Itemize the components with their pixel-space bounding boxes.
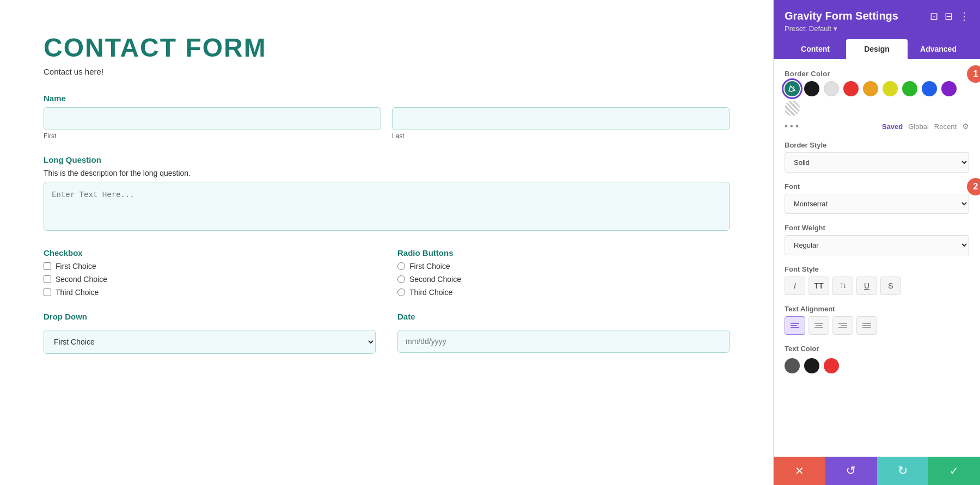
text-color-label: Text Color bbox=[785, 345, 969, 353]
more-colors-button[interactable]: • • • bbox=[785, 121, 799, 131]
form-title: CONTACT FORM bbox=[44, 33, 730, 63]
color-settings-gear-icon[interactable]: ⚙ bbox=[962, 122, 969, 131]
radio-input-1[interactable] bbox=[397, 262, 405, 270]
color-blue[interactable] bbox=[922, 81, 937, 96]
radio-item-1[interactable]: First Choice bbox=[397, 262, 730, 271]
color-yellow[interactable] bbox=[883, 81, 898, 96]
radio-item-3[interactable]: Third Choice bbox=[397, 288, 730, 297]
tab-design[interactable]: Design bbox=[846, 39, 908, 59]
strikethrough-button[interactable]: S bbox=[880, 277, 901, 295]
color-red[interactable] bbox=[843, 81, 859, 96]
alignment-buttons bbox=[785, 316, 969, 335]
align-right-icon bbox=[838, 322, 847, 329]
checkbox-label-1: First Choice bbox=[56, 262, 96, 271]
align-left-icon bbox=[791, 322, 799, 329]
pencil-icon bbox=[788, 85, 796, 93]
font-style-group: Font Style I TT Tt U S bbox=[785, 265, 969, 295]
italic-button[interactable]: I bbox=[785, 277, 805, 295]
tab-advanced[interactable]: Advanced bbox=[908, 39, 969, 59]
panel-tabs: Content Design Advanced bbox=[785, 39, 969, 59]
text-color-row bbox=[785, 358, 969, 373]
color-tabs: Saved Global Recent ⚙ bbox=[882, 122, 969, 131]
font-weight-label: Font Weight bbox=[785, 224, 969, 232]
reset-button[interactable]: ↻ bbox=[825, 457, 877, 485]
checkbox-input-1[interactable] bbox=[44, 262, 51, 270]
checkbox-input-2[interactable] bbox=[44, 275, 51, 283]
underline-button[interactable]: U bbox=[856, 277, 877, 295]
panel-preset[interactable]: Preset: Default ▾ bbox=[785, 24, 969, 33]
radio-item-2[interactable]: Second Choice bbox=[397, 275, 730, 284]
long-question-description: This is the description for the long que… bbox=[44, 169, 730, 177]
checkbox-label: Checkbox bbox=[44, 248, 376, 257]
align-justify-icon bbox=[862, 322, 871, 329]
panel-title: Gravity Form Settings bbox=[785, 10, 898, 22]
radio-col: Radio Buttons First Choice Second Choice… bbox=[397, 248, 730, 297]
color-row bbox=[785, 81, 969, 116]
radio-input-3[interactable] bbox=[397, 288, 405, 296]
font-select[interactable]: Montserrat Arial Georgia bbox=[785, 194, 969, 214]
refresh-button[interactable]: ↻ bbox=[877, 457, 929, 485]
text-color-red[interactable] bbox=[824, 358, 839, 373]
color-tab-recent[interactable]: Recent bbox=[934, 122, 957, 131]
font-group: 2 Font Montserrat Arial Georgia bbox=[785, 182, 969, 214]
bold-button[interactable]: TT bbox=[808, 277, 829, 295]
reset-icon: ↻ bbox=[846, 464, 856, 478]
font-weight-select[interactable]: Regular Bold Light bbox=[785, 235, 969, 255]
color-tab-global[interactable]: Global bbox=[908, 122, 929, 131]
first-name-sublabel: First bbox=[44, 132, 381, 140]
form-title-section: CONTACT FORM Contact us here! bbox=[44, 33, 730, 76]
save-icon: ✓ bbox=[950, 464, 959, 477]
color-striped[interactable] bbox=[785, 101, 800, 116]
align-center-icon bbox=[814, 322, 823, 329]
border-style-label: Border Style bbox=[785, 141, 969, 149]
color-purple[interactable] bbox=[941, 81, 957, 96]
date-input[interactable] bbox=[397, 330, 730, 353]
checkbox-group: First Choice Second Choice Third Choice bbox=[44, 262, 376, 297]
color-custom-green[interactable] bbox=[785, 81, 800, 96]
radio-input-2[interactable] bbox=[397, 275, 405, 283]
align-right-button[interactable] bbox=[832, 316, 853, 335]
align-center-button[interactable] bbox=[808, 316, 829, 335]
badge-1: 1 bbox=[967, 65, 980, 83]
align-justify-button[interactable] bbox=[856, 316, 877, 335]
color-orange[interactable] bbox=[863, 81, 878, 96]
cancel-button[interactable]: ✕ bbox=[774, 457, 825, 485]
checkbox-item-2[interactable]: Second Choice bbox=[44, 275, 376, 284]
dropdown-col: Drop Down First Choice Second Choice Thi… bbox=[44, 312, 376, 354]
responsive-icon[interactable]: ⊡ bbox=[930, 10, 938, 22]
checkbox-item-1[interactable]: First Choice bbox=[44, 262, 376, 271]
checkbox-input-3[interactable] bbox=[44, 288, 51, 296]
last-name-input[interactable] bbox=[392, 107, 730, 130]
tab-content[interactable]: Content bbox=[785, 39, 846, 59]
radio-label-3: Third Choice bbox=[409, 288, 452, 297]
border-color-group: 1 Border Color • • • Saved bbox=[785, 70, 969, 131]
name-row: First Last bbox=[44, 107, 730, 140]
checkbox-label-3: Third Choice bbox=[56, 288, 99, 297]
align-left-button[interactable] bbox=[785, 316, 805, 335]
main-content: CONTACT FORM Contact us here! Name First… bbox=[0, 0, 773, 485]
color-green[interactable] bbox=[902, 81, 917, 96]
panel-header-top: Gravity Form Settings ⊡ ⊟ ⋮ bbox=[785, 10, 969, 22]
date-col: Date bbox=[397, 312, 730, 354]
checkbox-item-3[interactable]: Third Choice bbox=[44, 288, 376, 297]
bottom-toolbar: ✕ ↻ ↻ ✓ bbox=[774, 457, 980, 485]
refresh-icon: ↻ bbox=[898, 464, 908, 478]
right-panel: Gravity Form Settings ⊡ ⊟ ⋮ Preset: Defa… bbox=[773, 0, 980, 485]
first-name-input[interactable] bbox=[44, 107, 381, 130]
radio-group: First Choice Second Choice Third Choice bbox=[397, 262, 730, 297]
uppercase-button[interactable]: Tt bbox=[832, 277, 853, 295]
layout-icon[interactable]: ⊟ bbox=[945, 10, 953, 22]
text-color-black[interactable] bbox=[804, 358, 819, 373]
border-style-select[interactable]: Solid Dashed Dotted bbox=[785, 152, 969, 173]
color-white[interactable] bbox=[824, 81, 839, 96]
text-color-dark[interactable] bbox=[785, 358, 800, 373]
more-icon[interactable]: ⋮ bbox=[959, 10, 969, 22]
text-alignment-group: Text Alignment bbox=[785, 305, 969, 335]
color-tab-saved[interactable]: Saved bbox=[882, 122, 903, 131]
long-question-section: Long Question This is the description fo… bbox=[44, 155, 730, 233]
long-question-textarea[interactable] bbox=[44, 182, 730, 231]
color-black[interactable] bbox=[804, 81, 819, 96]
panel-header: Gravity Form Settings ⊡ ⊟ ⋮ Preset: Defa… bbox=[774, 0, 980, 59]
dropdown-select[interactable]: First Choice Second Choice Third Choice bbox=[44, 330, 376, 354]
save-button[interactable]: ✓ bbox=[928, 457, 980, 485]
